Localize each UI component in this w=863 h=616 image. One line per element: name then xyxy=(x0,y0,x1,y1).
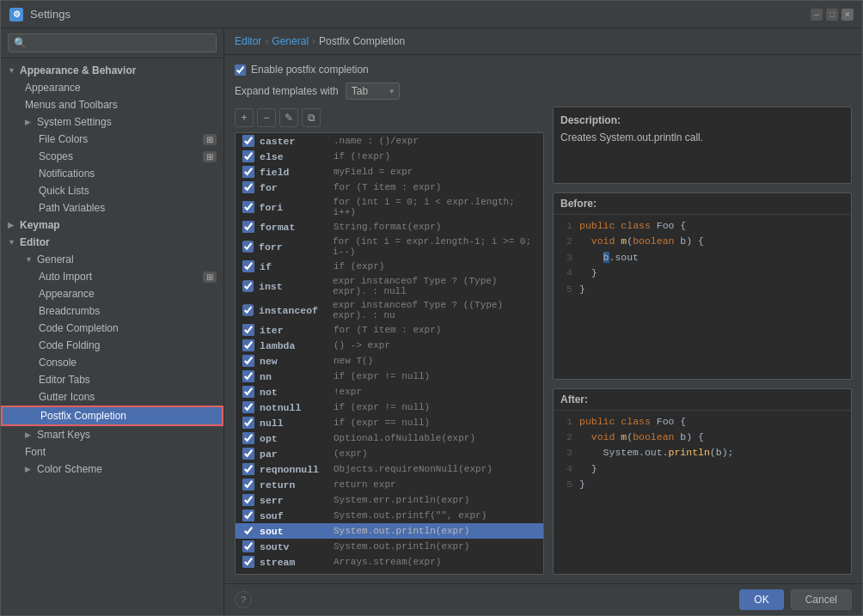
copy-button[interactable]: ⧉ xyxy=(302,108,321,127)
sidebar-item-appearance-behavior[interactable]: ▼ Appearance & Behavior xyxy=(1,62,223,79)
item-checkbox[interactable] xyxy=(242,324,254,336)
list-item[interactable]: serr System.err.println(expr) xyxy=(236,492,543,508)
sidebar-item-appearance2[interactable]: Appearance xyxy=(1,285,223,302)
breadcrumb-editor[interactable]: Editor xyxy=(235,35,261,47)
list-item[interactable]: caster .name : ()/expr xyxy=(236,133,543,149)
sidebar-item-smart-keys[interactable]: ▶ Smart Keys xyxy=(1,426,223,443)
sidebar-item-scopes[interactable]: Scopes ⊞ xyxy=(1,148,223,165)
sidebar-item-code-folding[interactable]: Code Folding xyxy=(1,337,223,354)
cancel-button[interactable]: Cancel xyxy=(791,589,852,610)
add-button[interactable]: + xyxy=(235,108,254,127)
list-item[interactable]: par (expr) xyxy=(236,446,543,461)
list-item[interactable]: iter for (T item : expr) xyxy=(236,322,543,338)
sidebar-item-keymap[interactable]: ▶ Keymap xyxy=(1,217,223,234)
list-item[interactable]: for for (T item : expr) xyxy=(236,180,543,195)
code-line: 5 } xyxy=(560,477,844,492)
sidebar: ▼ Appearance & Behavior Appearance Menus… xyxy=(1,28,224,615)
item-checkbox[interactable] xyxy=(242,556,254,568)
item-checkbox[interactable] xyxy=(242,201,254,213)
list-item[interactable]: reqnonnull Objects.requireNonNull(expr) xyxy=(236,461,543,477)
close-button[interactable]: ✕ xyxy=(842,9,854,21)
sidebar-item-gutter-icons[interactable]: Gutter Icons xyxy=(1,388,223,406)
left-list-area: + − ✎ ⧉ caster .name : ()/expr xyxy=(235,107,544,575)
help-button[interactable]: ? xyxy=(235,591,252,608)
list-item[interactable]: instanceof expr instanceof Type ? ((Type… xyxy=(236,298,543,322)
window-controls: ─ □ ✕ xyxy=(811,9,854,21)
sidebar-item-menus-toolbars[interactable]: Menus and Toolbars xyxy=(1,96,223,113)
list-item[interactable]: new new T() xyxy=(236,353,543,369)
sidebar-item-appearance[interactable]: Appearance xyxy=(1,79,223,96)
list-item[interactable]: not !expr xyxy=(236,384,543,399)
item-checkbox[interactable] xyxy=(242,221,254,233)
item-checkbox[interactable] xyxy=(242,280,254,292)
sidebar-item-notifications[interactable]: Notifications xyxy=(1,165,223,182)
item-checkbox[interactable] xyxy=(242,509,254,521)
list-item[interactable]: if if (expr) xyxy=(236,259,543,274)
edit-button[interactable]: ✎ xyxy=(279,108,298,127)
list-item[interactable]: format String.format(expr) xyxy=(236,219,543,235)
list-item[interactable]: field myField = expr xyxy=(236,164,543,180)
list-item[interactable]: forr for (int i = expr.length-1; i >= 0;… xyxy=(236,235,543,259)
sidebar-item-auto-import[interactable]: Auto Import ⊞ xyxy=(1,268,223,285)
item-checkbox[interactable] xyxy=(242,166,254,178)
item-checkbox[interactable] xyxy=(242,355,254,367)
sidebar-item-general[interactable]: ▼ General xyxy=(1,251,223,268)
item-checkbox[interactable] xyxy=(242,386,254,398)
item-checkbox[interactable] xyxy=(242,181,254,193)
list-item[interactable]: souf System.out.printf("", expr) xyxy=(236,508,543,523)
item-checkbox[interactable] xyxy=(242,304,254,316)
breadcrumb-general[interactable]: General xyxy=(272,35,309,47)
item-checkbox[interactable] xyxy=(242,540,254,552)
maximize-button[interactable]: □ xyxy=(826,9,838,21)
sidebar-item-postfix-completion[interactable]: Postfix Completion xyxy=(1,406,223,426)
sidebar-item-editor-tabs[interactable]: Editor Tabs xyxy=(1,371,223,388)
sidebar-item-editor[interactable]: ▼ Editor xyxy=(1,234,223,251)
sidebar-item-code-completion[interactable]: Code Completion xyxy=(1,320,223,337)
list-item[interactable]: notnull if (expr != null) xyxy=(236,399,543,415)
sidebar-item-quick-lists[interactable]: Quick Lists xyxy=(1,182,223,199)
item-checkbox[interactable] xyxy=(242,448,254,460)
remove-button[interactable]: − xyxy=(257,108,276,127)
sidebar-item-file-colors[interactable]: File Colors ⊞ xyxy=(1,131,223,148)
item-checkbox[interactable] xyxy=(242,401,254,413)
sidebar-item-system-settings[interactable]: ▶ System Settings xyxy=(1,113,223,131)
item-checkbox[interactable] xyxy=(242,241,254,253)
item-checkbox[interactable] xyxy=(242,525,254,537)
list-item[interactable]: lambda () -> expr xyxy=(236,338,543,353)
item-checkbox[interactable] xyxy=(242,135,254,147)
main-panel: Editor › General › Postfix Completion En… xyxy=(224,28,862,615)
sidebar-item-console[interactable]: Console xyxy=(1,354,223,371)
item-checkbox[interactable] xyxy=(242,432,254,444)
expand-templates-row: Expand templates with Tab Enter Space xyxy=(235,82,852,100)
list-item[interactable]: return return expr xyxy=(236,477,543,492)
list-item[interactable]: opt Optional.ofNullable(expr) xyxy=(236,430,543,446)
sidebar-item-font[interactable]: Font xyxy=(1,443,223,460)
list-item[interactable]: soutv System.out.println(expr) xyxy=(236,539,543,554)
search-input[interactable] xyxy=(8,34,217,52)
sidebar-item-color-scheme[interactable]: ▶ Color Scheme xyxy=(1,460,223,478)
enable-postfix-checkbox[interactable] xyxy=(235,64,246,76)
minimize-button[interactable]: ─ xyxy=(811,9,823,21)
item-checkbox[interactable] xyxy=(242,370,254,382)
item-checkbox[interactable] xyxy=(242,479,254,491)
list-item[interactable]: null if (expr == null) xyxy=(236,415,543,430)
list-item[interactable]: inst expr instanceof Type ? (Type) expr)… xyxy=(236,274,543,298)
list-item[interactable]: stream Arrays.stream(expr) xyxy=(236,554,543,570)
postfix-list[interactable]: caster .name : ()/expr else if (!expr) f… xyxy=(235,132,544,575)
sidebar-item-path-variables[interactable]: Path Variables xyxy=(1,199,223,217)
expand-arrow: ▶ xyxy=(25,430,34,439)
list-item[interactable]: else if (!expr) xyxy=(236,149,543,164)
item-checkbox[interactable] xyxy=(242,260,254,272)
list-item-sout[interactable]: sout System.out.println(expr) xyxy=(236,523,543,539)
item-checkbox[interactable] xyxy=(242,150,254,162)
item-checkbox[interactable] xyxy=(242,463,254,475)
sidebar-item-breadcrumbs[interactable]: Breadcrumbs xyxy=(1,302,223,320)
item-checkbox[interactable] xyxy=(242,494,254,506)
ok-button[interactable]: OK xyxy=(739,589,783,610)
expand-select[interactable]: Tab Enter Space xyxy=(346,82,400,100)
item-checkbox[interactable] xyxy=(242,339,254,351)
list-item[interactable]: fori for (int i = 0; i < expr.length; i+… xyxy=(236,195,543,219)
description-label: Description: xyxy=(560,114,844,126)
item-checkbox[interactable] xyxy=(242,417,254,429)
list-item[interactable]: nn if (expr != null) xyxy=(236,369,543,384)
